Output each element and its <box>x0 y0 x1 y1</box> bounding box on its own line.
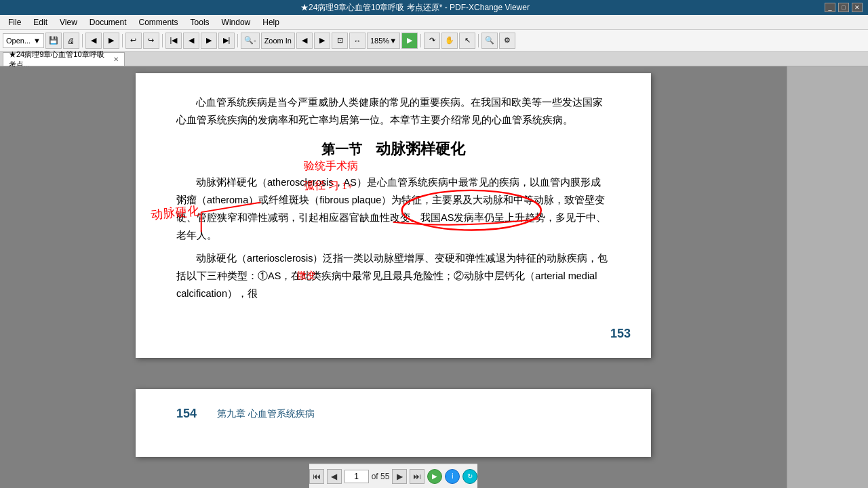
last-page-icon: ⏭ <box>413 472 421 481</box>
window-controls: _ □ ✕ <box>825 3 863 12</box>
next-page-nav-button[interactable]: ▶ <box>392 469 407 484</box>
page-number-153: 153 <box>610 323 631 344</box>
zoom-level-display[interactable]: 185% ▼ <box>367 33 400 49</box>
separator-6 <box>478 34 479 47</box>
pdf-page-154: 154 第九章 心血管系统疾病 <box>136 389 651 457</box>
tab-bar: ★24病理9章心血管10章呼吸 考点... ✕ <box>0 52 868 66</box>
close-button[interactable]: ✕ <box>852 3 863 12</box>
main-area: 动脉硬化 验统手术病 弧径 习 1+ 微变 心血管系统疾病是当今严 <box>0 66 868 488</box>
open-button[interactable]: Open... ▼ <box>3 33 44 48</box>
print-button[interactable]: 🖨 <box>63 33 79 49</box>
fit-width-button[interactable]: ↔ <box>349 33 366 49</box>
prev-page-icon: ◀ <box>331 472 337 481</box>
separator-5 <box>420 34 421 47</box>
chevron-down-icon: ▼ <box>33 37 41 45</box>
refresh-icon: ↻ <box>467 472 473 480</box>
search-button[interactable]: 🔍 <box>481 33 498 49</box>
minimize-button[interactable]: _ <box>825 3 835 12</box>
select-button[interactable]: ↖ <box>459 33 475 49</box>
nav-teal-button[interactable]: ↻ <box>462 469 477 484</box>
undo-button[interactable]: ↩ <box>125 33 142 49</box>
zoom-out-btn2[interactable]: ◀ <box>296 33 313 49</box>
page-number-154: 154 <box>176 403 197 424</box>
page-para1: 动脉粥样硬化（atherosclerosis，AS）是心血管系统疾病中最常见的疾… <box>176 174 610 244</box>
page-gap <box>136 369 651 378</box>
pdf-viewer[interactable]: 动脉硬化 验统手术病 弧径 习 1+ 微变 心血管系统疾病是当今严 <box>0 66 787 488</box>
page-number-input[interactable] <box>344 470 369 483</box>
window-title: ★24病理9章心血管10章呼吸 考点还原* - PDF-XChange View… <box>5 2 825 14</box>
menu-file[interactable]: File <box>3 16 26 28</box>
nav-blue-button[interactable]: i <box>445 469 460 484</box>
section-number: 第一节 <box>321 137 362 161</box>
separator-1 <box>82 34 83 47</box>
section-name: 动脉粥样硬化 <box>376 136 465 163</box>
toolbar: Open... ▼ 💾 🖨 ◀ ▶ ↩ ↪ |◀ ◀ ▶ ▶| 🔍- Zoom … <box>0 30 868 52</box>
page-para2: 动脉硬化（arteriosclerosis）泛指一类以动脉壁增厚、变硬和弹性减退… <box>176 249 610 302</box>
pdf-page-153: 动脉硬化 验统手术病 弧径 习 1+ 微变 心血管系统疾病是当今严 <box>136 73 651 358</box>
zoom-level-value: 185% <box>370 37 389 45</box>
separator-2 <box>122 34 123 47</box>
first-page-icon: ⏮ <box>313 472 321 481</box>
menu-document[interactable]: Document <box>84 16 132 28</box>
prev-page-nav-button[interactable]: ◀ <box>327 469 342 484</box>
chapter-title: 第九章 心血管系统疾病 <box>217 405 315 422</box>
page-total: of 55 <box>372 472 390 481</box>
fit-page-button[interactable]: ⊡ <box>332 33 348 49</box>
separator-4 <box>237 34 238 47</box>
zoom-apply-button[interactable]: ▶ <box>401 33 418 49</box>
last-page-button[interactable]: ▶| <box>218 33 235 49</box>
menu-help[interactable]: Help <box>257 16 285 28</box>
prev-page-button[interactable]: ◀ <box>183 33 199 49</box>
navigation-bar: ⏮ ◀ of 55 ▶ ⏭ ▶ i ↻ <box>309 464 478 488</box>
zoom-dropdown-icon: ▼ <box>389 37 397 45</box>
section-title: 第一节 动脉粥样硬化 <box>176 136 610 163</box>
last-page-nav-button[interactable]: ⏭ <box>410 469 425 484</box>
pages-container: 动脉硬化 验统手术病 弧径 习 1+ 微变 心血管系统疾病是当今严 <box>0 66 787 464</box>
redo-button[interactable]: ↪ <box>143 33 159 49</box>
menu-comments[interactable]: Comments <box>134 16 184 28</box>
tab-close-button[interactable]: ✕ <box>113 56 119 63</box>
menu-bar: File Edit View Document Comments Tools W… <box>0 15 868 30</box>
menu-window[interactable]: Window <box>216 16 256 28</box>
menu-edit[interactable]: Edit <box>28 16 53 28</box>
zoom-in-label: Zoom In <box>264 37 292 45</box>
forward-button[interactable]: ▶ <box>103 33 119 49</box>
maximize-button[interactable]: □ <box>838 3 849 12</box>
rotate-button[interactable]: ↷ <box>424 33 440 49</box>
next-page-icon: ▶ <box>397 472 403 481</box>
page2-header: 154 第九章 心血管系统疾病 <box>176 403 610 424</box>
go-icon: ▶ <box>432 472 437 480</box>
more-button[interactable]: ⚙ <box>499 33 515 49</box>
tab-document[interactable]: ★24病理9章心血管10章呼吸 考点... ✕ <box>3 52 125 66</box>
menu-tools[interactable]: Tools <box>185 16 215 28</box>
back-button[interactable]: ◀ <box>85 33 102 49</box>
save-button[interactable]: 💾 <box>45 33 62 49</box>
title-bar: ★24病理9章心血管10章呼吸 考点还原* - PDF-XChange View… <box>0 0 868 15</box>
info-icon: i <box>452 472 453 480</box>
open-label: Open... <box>6 37 31 45</box>
hand-tool-button[interactable]: ✋ <box>441 33 458 49</box>
first-page-button[interactable]: |◀ <box>165 33 182 49</box>
menu-view[interactable]: View <box>54 16 83 28</box>
next-page-button[interactable]: ▶ <box>201 33 217 49</box>
zoom-in-btn2[interactable]: ▶ <box>314 33 330 49</box>
zoom-in-button[interactable]: Zoom In <box>261 33 295 49</box>
zoom-out-button[interactable]: 🔍- <box>241 33 260 49</box>
right-panel <box>787 66 868 488</box>
first-page-nav-button[interactable]: ⏮ <box>309 469 324 484</box>
page-intro-text: 心血管系统疾病是当今严重威胁人类健康的常见的重要疾病。在我国和欧美等一些发达国家… <box>176 94 610 129</box>
go-green-button[interactable]: ▶ <box>427 469 442 484</box>
separator-3 <box>162 34 163 47</box>
